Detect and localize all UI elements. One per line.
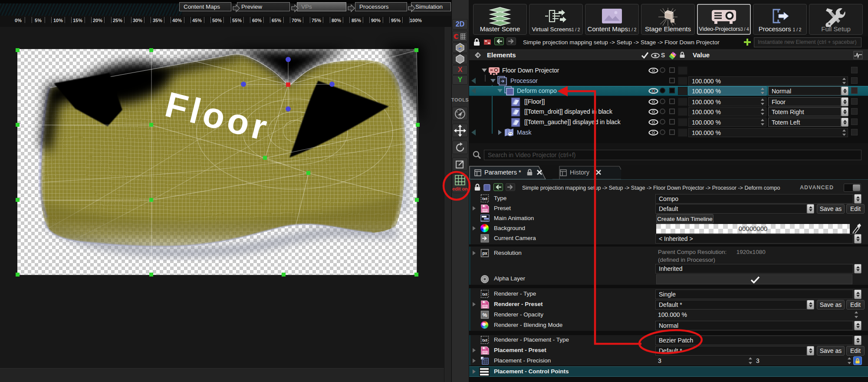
svg-text:txt: txt <box>482 338 487 342</box>
svg-text:txt: txt <box>482 292 487 296</box>
svg-text:px: px <box>482 251 487 256</box>
svg-text:%: % <box>483 312 487 318</box>
svg-text:txt: txt <box>482 196 487 201</box>
